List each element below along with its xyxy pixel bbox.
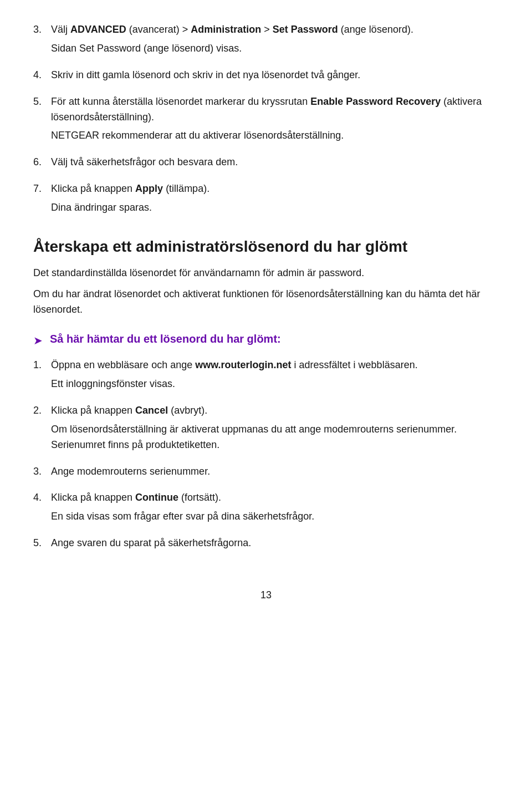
list-item: 1.Öppna en webbläsare och ange www.route… — [33, 358, 499, 395]
item-number: 4. — [33, 490, 51, 528]
numbered-list-top: 3.Välj ADVANCED (avancerat) > Administra… — [33, 22, 499, 219]
arrow-icon: ➤ — [33, 332, 44, 349]
list-item: 5.Ange svaren du sparat på säkerhetsfråg… — [33, 536, 499, 554]
list-item: 5.För att kunna återställa lösenordet ma… — [33, 94, 499, 147]
item-content: Välj två säkerhetsfrågor och besvara dem… — [51, 155, 499, 174]
intro-text-2: Om du har ändrat lösenordet och aktivera… — [33, 287, 499, 318]
sub-heading-text: Så här hämtar du ett lösenord du har glö… — [50, 331, 281, 347]
item-number: 3. — [33, 464, 51, 483]
list-item: 2.Klicka på knappen Cancel (avbryt).Om l… — [33, 403, 499, 456]
list-item: 6.Välj två säkerhetsfrågor och besvara d… — [33, 155, 499, 174]
item-content: Klicka på knappen Apply (tillämpa).Dina … — [51, 181, 499, 219]
item-content: Öppna en webbläsare och ange www.routerl… — [51, 358, 499, 395]
page-number: 13 — [33, 588, 499, 603]
list-item: 3.Välj ADVANCED (avancerat) > Administra… — [33, 22, 499, 60]
item-number: 4. — [33, 68, 51, 86]
numbered-list-bottom: 1.Öppna en webbläsare och ange www.route… — [33, 358, 499, 554]
item-number: 6. — [33, 155, 51, 174]
item-number: 7. — [33, 181, 51, 219]
item-number: 1. — [33, 358, 51, 395]
list-item: 4.Klicka på knappen Continue (fortsätt).… — [33, 490, 499, 528]
item-number: 2. — [33, 403, 51, 456]
item-content: Klicka på knappen Continue (fortsätt).En… — [51, 490, 499, 528]
sub-heading-container: ➤ Så här hämtar du ett lösenord du har g… — [33, 331, 499, 349]
item-content: För att kunna återställa lösenordet mark… — [51, 94, 499, 147]
list-item: 7.Klicka på knappen Apply (tillämpa).Din… — [33, 181, 499, 219]
list-item: 3.Ange modemrouterns serienummer. — [33, 464, 499, 483]
item-content: Ange modemrouterns serienummer. — [51, 464, 499, 483]
list-item: 4.Skriv in ditt gamla lösenord och skriv… — [33, 68, 499, 86]
section-heading: Återskapa ett administratörslösenord du … — [33, 237, 499, 257]
item-number: 5. — [33, 536, 51, 554]
item-number: 3. — [33, 22, 51, 60]
intro-text-1: Det standardinställda lösenordet för anv… — [33, 266, 499, 281]
item-content: Välj ADVANCED (avancerat) > Administrati… — [51, 22, 499, 60]
item-number: 5. — [33, 94, 51, 147]
item-content: Klicka på knappen Cancel (avbryt).Om lös… — [51, 403, 499, 456]
item-content: Skriv in ditt gamla lösenord och skriv i… — [51, 68, 499, 86]
item-content: Ange svaren du sparat på säkerhetsfrågor… — [51, 536, 499, 554]
